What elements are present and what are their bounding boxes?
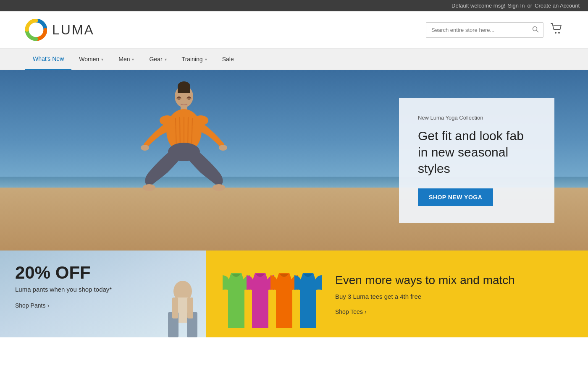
promo-discount: 20% OFF (15, 264, 191, 282)
svg-rect-7 (178, 86, 190, 93)
signin-link[interactable]: Sign In (508, 3, 525, 9)
logo[interactable]: LUMA (25, 19, 94, 41)
svg-line-2 (537, 30, 538, 32)
top-bar: Default welcome msg! Sign In or Create a… (0, 0, 588, 11)
hero-subtitle: New Luma Yoga Collection (418, 115, 536, 121)
svg-point-16 (219, 145, 227, 151)
svg-point-17 (160, 115, 175, 125)
svg-point-15 (141, 145, 149, 151)
tshirt-blue (294, 273, 322, 328)
hero-banner: New Luma Yoga Collection Get fit and loo… (0, 70, 588, 251)
svg-point-18 (193, 115, 208, 125)
nav-item-women[interactable]: Women▾ (71, 49, 111, 69)
nav-item-gear[interactable]: Gear▾ (142, 49, 174, 69)
svg-point-19 (168, 143, 200, 161)
promo-row: 20% OFF Luma pants when you shop today* … (0, 251, 588, 337)
hero-title: Get fit and look fab in new seasonal sty… (418, 128, 536, 177)
promo-left-text: 20% OFF Luma pants when you shop today* … (15, 264, 191, 309)
welcome-message: Default welcome msg! (452, 3, 505, 9)
svg-point-3 (555, 32, 556, 34)
svg-point-23 (187, 96, 191, 100)
svg-point-21 (213, 184, 225, 191)
header: LUMA (0, 11, 588, 49)
promo-right-title: Even more ways to mix and match (335, 273, 571, 288)
navigation: What's NewWomen▾Men▾Gear▾Training▾Sale (0, 49, 588, 70)
shop-new-yoga-button[interactable]: Shop New Yoga (418, 188, 493, 206)
svg-point-20 (143, 184, 155, 191)
promo-right-text: Even more ways to mix and match Buy 3 Lu… (318, 273, 571, 315)
search-button[interactable] (528, 23, 543, 37)
search-bar (426, 22, 543, 38)
logo-icon (25, 19, 47, 41)
nav-item-men[interactable]: Men▾ (111, 49, 142, 69)
shop-pants-link[interactable]: Shop Pants › (15, 302, 191, 309)
nav-item-sale[interactable]: Sale (215, 49, 242, 69)
create-account-link[interactable]: Create an Account (535, 3, 580, 9)
svg-point-4 (558, 32, 560, 34)
tshirt-orange (270, 273, 298, 328)
header-right (426, 22, 563, 38)
hero-info-box: New Luma Yoga Collection Get fit and loo… (399, 98, 554, 223)
chevron-down-icon: ▾ (132, 57, 134, 62)
tshirt-group (223, 261, 318, 328)
chevron-down-icon: ▾ (205, 57, 207, 62)
chevron-down-icon: ▾ (165, 57, 167, 62)
or-separator: or (527, 3, 532, 9)
shop-tees-link[interactable]: Shop Tees › (335, 308, 571, 315)
promo-left: 20% OFF Luma pants when you shop today* … (0, 251, 206, 337)
svg-point-22 (177, 96, 181, 100)
promo-right: Even more ways to mix and match Buy 3 Lu… (206, 251, 588, 337)
tshirt-pink (247, 273, 274, 328)
nav-item-training[interactable]: Training▾ (174, 49, 215, 69)
search-input[interactable] (426, 23, 528, 37)
promo-desc: Luma pants when you shop today* (15, 285, 191, 295)
promo-right-desc: Buy 3 Luma tees get a 4th free (335, 292, 571, 302)
chevron-down-icon: ▾ (101, 57, 103, 62)
tshirt-green (223, 273, 250, 328)
yoga-figure (129, 76, 239, 211)
logo-text: LUMA (52, 22, 94, 38)
cart-icon[interactable] (550, 23, 563, 37)
nav-item-what's-new[interactable]: What's New (25, 49, 71, 70)
